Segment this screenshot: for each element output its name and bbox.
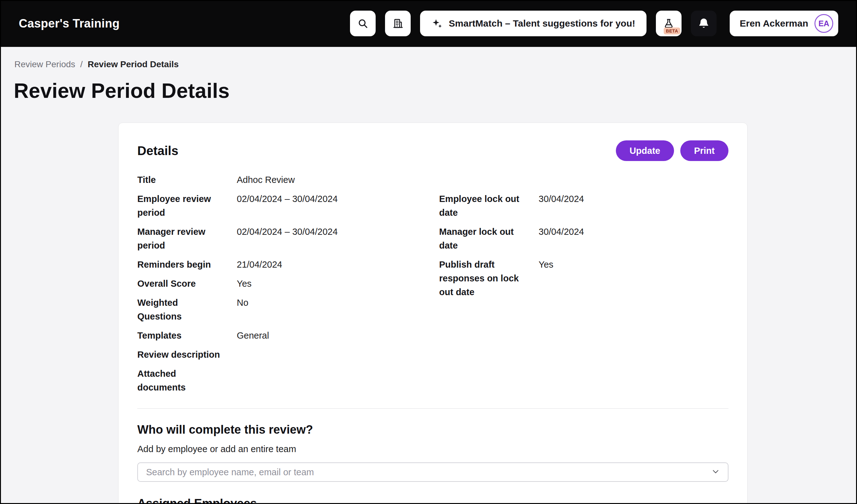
search-button[interactable] <box>350 11 376 36</box>
detail-row-overall-score: Overall Score Yes <box>137 277 439 291</box>
detail-value <box>237 367 439 394</box>
top-bar: Casper's Training <box>0 0 857 47</box>
detail-row-review-description: Review description <box>137 348 439 361</box>
detail-row-attached-documents: Attached documents <box>137 367 439 394</box>
detail-label: Employee review period <box>137 192 237 220</box>
details-header: Details Update Print <box>137 140 728 161</box>
section-divider <box>137 408 728 409</box>
top-bar-actions: SmartMatch – Talent suggestions for you!… <box>350 11 838 36</box>
detail-value: 30/04/2024 <box>539 225 728 252</box>
employee-team-search-input[interactable] <box>146 467 711 477</box>
detail-value: 30/04/2024 <box>539 192 728 220</box>
detail-value: 02/04/2024 – 30/04/2024 <box>237 192 439 220</box>
detail-value: Yes <box>237 277 439 291</box>
avatar: EA <box>814 14 833 33</box>
detail-row-publish-draft-responses: Publish draft responses on lock out date… <box>439 258 728 299</box>
breadcrumb-review-periods[interactable]: Review Periods <box>14 59 75 69</box>
detail-row-manager-review-period: Manager review period 02/04/2024 – 30/04… <box>137 225 439 252</box>
detail-label: Manager review period <box>137 225 237 252</box>
detail-row-weighted-questions: Weighted Questions No <box>137 296 439 323</box>
detail-label: Manager lock out date <box>439 225 539 252</box>
app-title: Casper's Training <box>19 17 119 30</box>
detail-label: Publish draft responses on lock out date <box>439 258 539 299</box>
search-icon <box>357 18 368 29</box>
details-heading: Details <box>137 144 178 158</box>
user-name: Eren Ackerman <box>740 18 808 29</box>
detail-row-title: Title Adhoc Review <box>137 173 439 187</box>
details-left-column: Title Adhoc Review Employee review perio… <box>137 173 439 400</box>
detail-label: Templates <box>137 329 237 342</box>
breadcrumb: Review Periods / Review Period Details <box>0 47 857 69</box>
who-heading: Who will complete this review? <box>137 423 728 436</box>
employee-team-search-select[interactable] <box>137 463 728 482</box>
review-period-card: Details Update Print Title Adhoc Review … <box>118 123 747 504</box>
flask-icon <box>663 18 674 29</box>
detail-label: Attached documents <box>137 367 237 394</box>
page-title: Review Period Details <box>14 79 857 103</box>
detail-label: Weighted Questions <box>137 296 237 323</box>
detail-value: Adhoc Review <box>237 173 439 187</box>
chevron-down-icon <box>711 467 720 477</box>
sparkle-icon <box>431 18 442 29</box>
detail-value: No <box>237 296 439 323</box>
smartmatch-label: SmartMatch – Talent suggestions for you! <box>449 18 635 29</box>
detail-row-employee-review-period: Employee review period 02/04/2024 – 30/0… <box>137 192 439 220</box>
detail-label: Review description <box>137 348 237 361</box>
detail-value: 21/04/2024 <box>237 258 439 272</box>
breadcrumb-current: Review Period Details <box>88 59 179 69</box>
detail-label: Reminders begin <box>137 258 237 272</box>
update-button[interactable]: Update <box>616 140 674 161</box>
bell-icon <box>698 18 710 29</box>
notifications-button[interactable] <box>691 11 717 36</box>
detail-value: 02/04/2024 – 30/04/2024 <box>237 225 439 252</box>
details-grid: Title Adhoc Review Employee review perio… <box>137 173 728 400</box>
detail-row-manager-lock-out-date: Manager lock out date 30/04/2024 <box>439 225 728 252</box>
detail-value: General <box>237 329 439 342</box>
details-actions: Update Print <box>616 140 728 161</box>
smartmatch-button[interactable]: SmartMatch – Talent suggestions for you! <box>420 11 646 36</box>
detail-row-reminders-begin: Reminders begin 21/04/2024 <box>137 258 439 272</box>
beta-labs-button[interactable]: BETA <box>656 11 682 36</box>
detail-label: Title <box>137 173 237 187</box>
user-menu-button[interactable]: Eren Ackerman EA <box>730 11 838 36</box>
detail-row-employee-lock-out-date: Employee lock out date 30/04/2024 <box>439 192 728 220</box>
detail-row-templates: Templates General <box>137 329 439 342</box>
detail-value <box>237 348 439 361</box>
breadcrumb-separator: / <box>80 59 83 69</box>
detail-value: Yes <box>539 258 728 299</box>
details-right-column: Employee lock out date 30/04/2024 Manage… <box>439 192 728 400</box>
detail-label: Employee lock out date <box>439 192 539 220</box>
print-button[interactable]: Print <box>680 140 728 161</box>
who-subtitle: Add by employee or add an entire team <box>137 444 728 454</box>
beta-badge: BETA <box>664 28 680 34</box>
building-icon <box>392 18 403 29</box>
assigned-employees-heading: Assigned Employees <box>137 497 728 504</box>
company-switcher-button[interactable] <box>385 11 411 36</box>
detail-label: Overall Score <box>137 277 237 291</box>
